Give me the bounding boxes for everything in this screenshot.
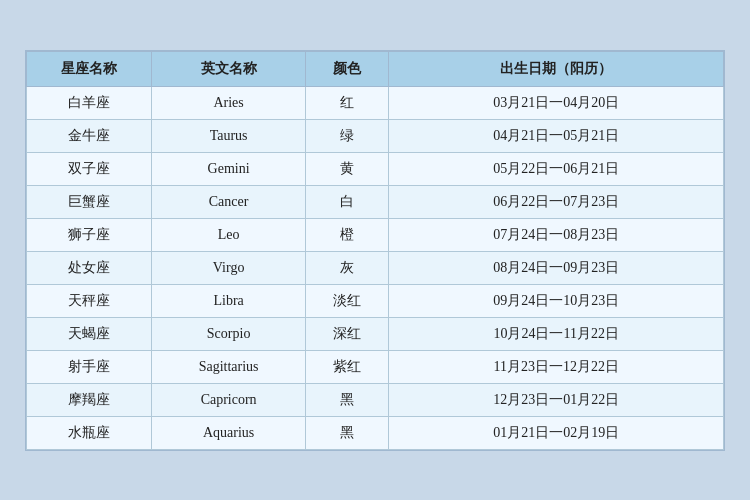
header-chinese: 星座名称 bbox=[27, 51, 152, 86]
cell-english: Capricorn bbox=[152, 383, 305, 416]
cell-chinese: 白羊座 bbox=[27, 86, 152, 119]
cell-chinese: 双子座 bbox=[27, 152, 152, 185]
cell-chinese: 天秤座 bbox=[27, 284, 152, 317]
header-english: 英文名称 bbox=[152, 51, 305, 86]
cell-date: 01月21日一02月19日 bbox=[389, 416, 724, 449]
cell-english: Libra bbox=[152, 284, 305, 317]
cell-english: Aries bbox=[152, 86, 305, 119]
cell-color: 橙 bbox=[305, 218, 389, 251]
header-date: 出生日期（阳历） bbox=[389, 51, 724, 86]
cell-color: 黄 bbox=[305, 152, 389, 185]
zodiac-table-container: 星座名称 英文名称 颜色 出生日期（阳历） 白羊座Aries红03月21日一04… bbox=[25, 50, 725, 451]
cell-chinese: 摩羯座 bbox=[27, 383, 152, 416]
table-row: 白羊座Aries红03月21日一04月20日 bbox=[27, 86, 724, 119]
table-row: 天蝎座Scorpio深红10月24日一11月22日 bbox=[27, 317, 724, 350]
cell-chinese: 处女座 bbox=[27, 251, 152, 284]
cell-color: 灰 bbox=[305, 251, 389, 284]
cell-english: Sagittarius bbox=[152, 350, 305, 383]
cell-date: 05月22日一06月21日 bbox=[389, 152, 724, 185]
cell-chinese: 巨蟹座 bbox=[27, 185, 152, 218]
table-row: 双子座Gemini黄05月22日一06月21日 bbox=[27, 152, 724, 185]
cell-color: 紫红 bbox=[305, 350, 389, 383]
cell-chinese: 水瓶座 bbox=[27, 416, 152, 449]
zodiac-table: 星座名称 英文名称 颜色 出生日期（阳历） 白羊座Aries红03月21日一04… bbox=[26, 51, 724, 450]
cell-chinese: 天蝎座 bbox=[27, 317, 152, 350]
cell-date: 09月24日一10月23日 bbox=[389, 284, 724, 317]
cell-english: Cancer bbox=[152, 185, 305, 218]
cell-color: 淡红 bbox=[305, 284, 389, 317]
cell-date: 07月24日一08月23日 bbox=[389, 218, 724, 251]
table-row: 巨蟹座Cancer白06月22日一07月23日 bbox=[27, 185, 724, 218]
cell-chinese: 射手座 bbox=[27, 350, 152, 383]
table-row: 处女座Virgo灰08月24日一09月23日 bbox=[27, 251, 724, 284]
table-body: 白羊座Aries红03月21日一04月20日金牛座Taurus绿04月21日一0… bbox=[27, 86, 724, 449]
cell-english: Virgo bbox=[152, 251, 305, 284]
cell-color: 深红 bbox=[305, 317, 389, 350]
table-row: 天秤座Libra淡红09月24日一10月23日 bbox=[27, 284, 724, 317]
cell-english: Aquarius bbox=[152, 416, 305, 449]
cell-date: 06月22日一07月23日 bbox=[389, 185, 724, 218]
cell-color: 黑 bbox=[305, 416, 389, 449]
table-row: 射手座Sagittarius紫红11月23日一12月22日 bbox=[27, 350, 724, 383]
header-color: 颜色 bbox=[305, 51, 389, 86]
cell-date: 12月23日一01月22日 bbox=[389, 383, 724, 416]
table-row: 狮子座Leo橙07月24日一08月23日 bbox=[27, 218, 724, 251]
table-row: 水瓶座Aquarius黑01月21日一02月19日 bbox=[27, 416, 724, 449]
table-header-row: 星座名称 英文名称 颜色 出生日期（阳历） bbox=[27, 51, 724, 86]
cell-chinese: 金牛座 bbox=[27, 119, 152, 152]
cell-english: Taurus bbox=[152, 119, 305, 152]
table-row: 摩羯座Capricorn黑12月23日一01月22日 bbox=[27, 383, 724, 416]
cell-date: 04月21日一05月21日 bbox=[389, 119, 724, 152]
cell-english: Scorpio bbox=[152, 317, 305, 350]
cell-color: 黑 bbox=[305, 383, 389, 416]
cell-color: 白 bbox=[305, 185, 389, 218]
cell-english: Leo bbox=[152, 218, 305, 251]
cell-color: 红 bbox=[305, 86, 389, 119]
cell-color: 绿 bbox=[305, 119, 389, 152]
cell-date: 10月24日一11月22日 bbox=[389, 317, 724, 350]
cell-date: 08月24日一09月23日 bbox=[389, 251, 724, 284]
table-row: 金牛座Taurus绿04月21日一05月21日 bbox=[27, 119, 724, 152]
cell-english: Gemini bbox=[152, 152, 305, 185]
cell-date: 11月23日一12月22日 bbox=[389, 350, 724, 383]
cell-chinese: 狮子座 bbox=[27, 218, 152, 251]
cell-date: 03月21日一04月20日 bbox=[389, 86, 724, 119]
